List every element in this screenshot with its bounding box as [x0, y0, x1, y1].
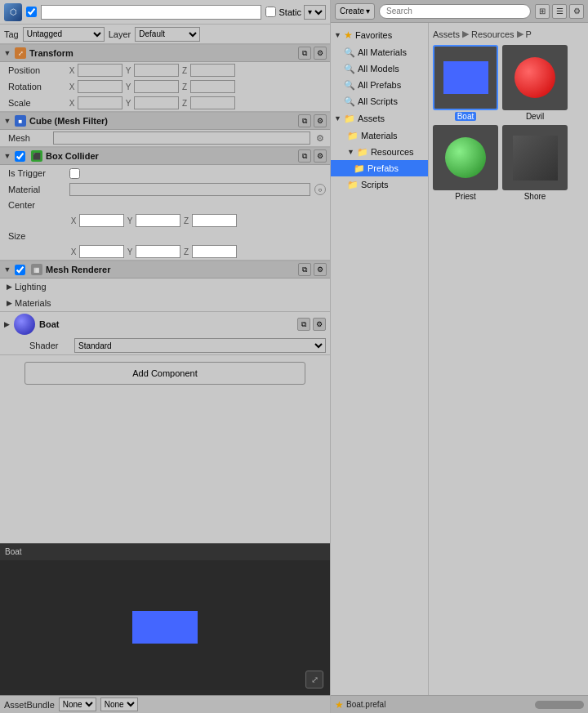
rot-y-input[interactable]: 0	[134, 80, 179, 93]
pos-z-input[interactable]: 0	[190, 64, 235, 77]
all-scripts-label: All Scripts	[358, 96, 398, 106]
scale-x-label: X	[68, 99, 76, 108]
mesh-filter-settings-btn[interactable]: ⚙	[314, 114, 327, 127]
preview-expand-btn[interactable]: ⤢	[305, 671, 323, 688]
project-icon-btn-3[interactable]: ⚙	[569, 4, 584, 19]
asset-item-boat[interactable]: Boat	[433, 45, 498, 121]
mesh-renderer-enable-checkbox[interactable]	[15, 265, 25, 275]
add-component-button[interactable]: Add Component	[24, 362, 305, 385]
asset-bundle-row: AssetBundle None None	[0, 695, 330, 713]
size-x-input[interactable]: 1	[79, 245, 124, 258]
material-settings-btn[interactable]: ⚙	[313, 318, 326, 331]
box-collider-header: ▼ ⬛ Box Collider ⧉ ⚙	[0, 147, 330, 165]
asset-thumb-boat	[433, 45, 498, 110]
box-collider-copy-btn[interactable]: ⧉	[298, 149, 311, 163]
all-prefabs-item[interactable]: 🔍 All Prefabs	[331, 77, 428, 93]
material-bc-input[interactable]: None (Physic Material)	[69, 183, 310, 196]
mesh-renderer-copy-btn[interactable]: ⧉	[298, 263, 311, 276]
all-models-item[interactable]: 🔍 All Models	[331, 60, 428, 77]
size-y-input[interactable]: 1	[136, 245, 180, 258]
transform-header: ▼ ⤢ Transform ⧉ ⚙	[0, 44, 330, 62]
box-collider-arrow[interactable]: ▼	[3, 152, 11, 160]
asset-bundle-select-2[interactable]: None	[100, 697, 138, 711]
lighting-row[interactable]: ▶ Lighting	[0, 279, 330, 295]
all-scripts-item[interactable]: 🔍 All Scripts	[331, 93, 428, 109]
tag-select[interactable]: Untagged	[23, 27, 105, 42]
object-icon: ⬡	[4, 3, 22, 21]
transform-title: Transform	[29, 48, 295, 58]
preview-title: Boat	[5, 547, 22, 556]
center-y-input[interactable]: 0	[136, 214, 180, 227]
scripts-tree-item[interactable]: 📁 Scripts	[331, 176, 428, 193]
scale-xyz: X 4 Y 2 Z 1	[68, 96, 326, 109]
materials-tree-item[interactable]: 📁 Materials	[331, 127, 428, 144]
resources-tree-item[interactable]: ▼ 📁 Resources	[331, 144, 428, 160]
scale-x-input[interactable]: 4	[78, 96, 122, 109]
is-trigger-checkbox[interactable]	[69, 168, 80, 179]
rot-y-label: Y	[124, 82, 132, 91]
project-icon-btn-2[interactable]: ☰	[552, 4, 567, 19]
mesh-filter-copy-btn[interactable]: ⧉	[298, 114, 311, 127]
material-header: ▶ Boat ⧉ ⚙	[0, 312, 330, 336]
material-copy-btn[interactable]: ⧉	[297, 318, 310, 331]
path-p: P	[526, 29, 532, 39]
object-name-input[interactable]: Boat	[41, 5, 261, 20]
path-resources: Resources	[471, 29, 514, 39]
static-checkbox[interactable]	[265, 7, 276, 17]
material-bc-circle-btn[interactable]: ○	[314, 184, 326, 195]
asset-item-devil[interactable]: Devil	[502, 45, 568, 121]
favorites-header[interactable]: ▼ ★ Favorites	[331, 26, 428, 44]
scale-y-input[interactable]: 2	[134, 96, 179, 109]
size-z-input[interactable]: 1	[192, 245, 237, 258]
create-button[interactable]: Create ▾	[335, 3, 375, 20]
material-arrow[interactable]: ▶	[4, 320, 10, 328]
add-component-section: Add Component	[0, 355, 330, 391]
box-collider-settings-btn[interactable]: ⚙	[314, 149, 327, 163]
transform-arrow[interactable]: ▼	[3, 49, 11, 57]
scale-z-input[interactable]: 1	[190, 96, 235, 109]
mesh-filter-arrow[interactable]: ▼	[3, 117, 11, 125]
pos-z-label: Z	[180, 66, 189, 75]
material-sphere	[14, 314, 35, 335]
transform-settings-btn[interactable]: ⚙	[314, 47, 327, 60]
static-dropdown[interactable]: ▾	[304, 5, 326, 20]
assets-tree-header[interactable]: ▼ 📁 Assets	[331, 109, 428, 127]
transform-copy-btn[interactable]: ⧉	[298, 47, 311, 60]
box-collider-icon: ⬛	[31, 150, 42, 162]
box-collider-properties: Is Trigger Material None (Physic Materia…	[0, 165, 330, 261]
materials-row[interactable]: ▶ Materials	[0, 295, 330, 311]
material-bc-label: Material	[8, 185, 65, 194]
active-checkbox[interactable]	[26, 7, 37, 17]
mesh-renderer-settings-btn[interactable]: ⚙	[314, 263, 327, 276]
scale-row: Scale X 4 Y 2 Z 1	[0, 95, 330, 111]
box-collider-enable-checkbox[interactable]	[15, 151, 25, 162]
rot-x-input[interactable]: 0	[78, 80, 122, 93]
tag-label: Tag	[4, 29, 19, 39]
assets-tree-label: Assets	[358, 114, 385, 123]
center-x-input[interactable]: 0	[79, 214, 124, 227]
status-slider[interactable]	[535, 701, 584, 709]
asset-item-priest[interactable]: Priest	[433, 125, 498, 201]
rot-z-label: Z	[180, 82, 189, 91]
mesh-settings-btn[interactable]: ⚙	[314, 132, 326, 144]
asset-bundle-select-1[interactable]: None	[59, 697, 96, 711]
mesh-renderer-arrow[interactable]: ▼	[3, 265, 11, 274]
shader-select[interactable]: Standard	[74, 338, 326, 353]
pos-y-input[interactable]: 0	[134, 64, 179, 77]
mesh-value-input[interactable]: Cube	[53, 131, 310, 145]
asset-item-shore[interactable]: Shore	[502, 125, 568, 201]
project-search-input[interactable]	[379, 4, 531, 19]
layer-select[interactable]: Default	[135, 27, 200, 42]
prefabs-folder-icon: 📁	[354, 163, 365, 174]
assets-tree-arrow: ▼	[334, 114, 341, 123]
pos-x-input[interactable]: 0	[78, 64, 122, 77]
active-checkbox-group	[26, 7, 37, 17]
is-trigger-label: Is Trigger	[8, 168, 65, 178]
prefabs-tree-item[interactable]: 📁 Prefabs	[331, 160, 428, 176]
center-z-input[interactable]: 0	[192, 214, 237, 227]
all-materials-item[interactable]: 🔍 All Materials	[331, 44, 428, 60]
mesh-renderer-header: ▼ ▦ Mesh Renderer ⧉ ⚙	[0, 261, 330, 279]
rot-z-input[interactable]: 0	[190, 80, 235, 93]
project-icon-btn-1[interactable]: ⊞	[535, 4, 550, 19]
scale-label: Scale	[8, 98, 65, 108]
